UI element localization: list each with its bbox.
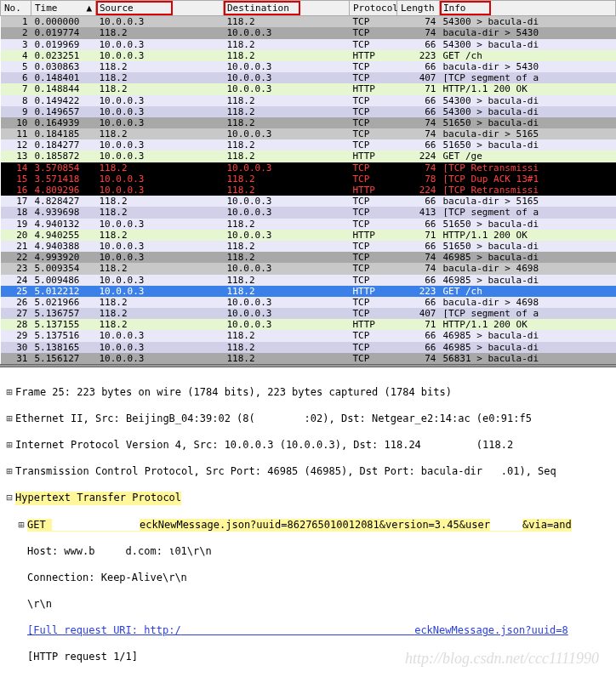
cell-protocol: TCP: [350, 308, 397, 319]
cell-source: 10.0.0.3: [96, 139, 224, 151]
cell-protocol: TCP: [350, 219, 397, 230]
table-row[interactable]: 60.148401118.210.0.0.3TCP407[TCP segment…: [1, 72, 616, 83]
cell-destination: 10.0.0.3: [224, 72, 350, 83]
table-row[interactable]: 305.13816510.0.0.3118.2TCP6646985 > bacu…: [1, 342, 616, 353]
table-row[interactable]: 10.00000010.0.0.3118.2TCP7454300 > bacul…: [1, 16, 616, 28]
table-row[interactable]: 275.136757118.210.0.0.3TCP407[TCP segmen…: [1, 308, 616, 319]
table-row[interactable]: 153.57141810.0.0.3118.2TCP78[TCP Dup ACK…: [1, 174, 616, 185]
cell-destination: 10.0.0.3: [224, 162, 350, 174]
ip-line[interactable]: Internet Protocol Version 4, Src: 10.0.0…: [15, 439, 513, 452]
cell-no: 28: [1, 319, 31, 330]
expand-icon[interactable]: ⊞: [3, 386, 15, 400]
cell-info: 54300 > bacula-di: [440, 95, 616, 106]
cell-source: 118.2: [96, 308, 224, 319]
table-row[interactable]: 204.940255118.210.0.0.3HTTP71HTTP/1.1 20…: [1, 230, 616, 241]
cell-protocol: HTTP: [350, 230, 397, 241]
cell-source: 10.0.0.3: [96, 16, 224, 28]
table-row[interactable]: 235.009354118.210.0.0.3TCP74bacula-dir >…: [1, 263, 616, 274]
cell-no: 16: [1, 185, 31, 196]
cell-protocol: TCP: [350, 95, 397, 106]
table-row[interactable]: 70.148844118.210.0.0.3HTTP71HTTP/1.1 200…: [1, 83, 616, 94]
table-row[interactable]: 20.019774118.210.0.0.3TCP74bacula-dir > …: [1, 27, 616, 38]
table-row[interactable]: 120.18427710.0.0.3118.2TCP6651650 > bacu…: [1, 139, 616, 151]
table-row[interactable]: 164.80929610.0.0.3118.2HTTP224[TCP Retra…: [1, 185, 616, 196]
cell-source: 10.0.0.3: [96, 342, 224, 353]
table-row[interactable]: 40.02325110.0.0.3118.2HTTP223GET /ch: [1, 50, 616, 61]
expand-icon[interactable]: ⊞: [3, 412, 15, 426]
cell-info: HTTP/1.1 200 OK: [440, 319, 616, 330]
cell-info: 54300 > bacula-di: [440, 106, 616, 117]
cell-destination: 118.2: [224, 174, 350, 185]
cell-time: 0.185872: [31, 151, 96, 162]
table-row[interactable]: 50.030863118.210.0.0.3TCP66bacula-dir > …: [1, 61, 616, 72]
table-row[interactable]: 285.137155118.210.0.0.3HTTP71HTTP/1.1 20…: [1, 319, 616, 330]
cell-time: 0.149657: [31, 106, 96, 117]
full-request-uri-link[interactable]: [Full request URI: http:/ eckNewMessage.…: [27, 624, 568, 638]
cell-destination: 118.2: [224, 139, 350, 151]
expand-icon[interactable]: ⊞: [15, 519, 27, 532]
col-length-header[interactable]: Length: [397, 1, 440, 16]
ethernet-line[interactable]: Ethernet II, Src: BeijingB_04:39:02 (8( …: [15, 412, 532, 426]
cell-time: 5.009486: [31, 275, 96, 286]
table-row[interactable]: 295.13751610.0.0.3118.2TCP6646985 > bacu…: [1, 330, 616, 341]
http-host-line[interactable]: Host: www.b d.com: ι01\r\n: [27, 545, 212, 559]
cell-source: 118.2: [96, 263, 224, 274]
table-row[interactable]: 100.16493910.0.0.3118.2TCP7451650 > bacu…: [1, 117, 616, 128]
cell-source: 118.2: [96, 128, 224, 139]
frame-line[interactable]: Frame 25: 223 bytes on wire (1784 bits),…: [15, 386, 452, 400]
table-row[interactable]: 110.184185118.210.0.0.3TCP74bacula-dir >…: [1, 128, 616, 139]
table-row[interactable]: 30.01996910.0.0.3118.2TCP6654300 > bacul…: [1, 39, 616, 50]
cell-length: 74: [397, 128, 440, 139]
http-get-line[interactable]: GET eckNewMessage.json?uuid=862765010012…: [27, 519, 572, 532]
col-info-header[interactable]: Info: [440, 1, 616, 16]
cell-destination: 10.0.0.3: [224, 297, 350, 308]
packet-details-pane[interactable]: ⊞Frame 25: 223 bytes on wire (1784 bits)…: [0, 367, 616, 677]
col-time-header[interactable]: Time ▲: [31, 1, 96, 16]
table-row[interactable]: 80.14942210.0.0.3118.2TCP6654300 > bacul…: [1, 95, 616, 106]
cell-length: 71: [397, 319, 440, 330]
table-row[interactable]: 255.01221210.0.0.3118.2HTTP223GET /ch: [1, 286, 616, 297]
cell-no: 1: [1, 16, 31, 28]
http-header-line[interactable]: Hypertext Transfer Protocol: [15, 492, 181, 505]
cell-source: 10.0.0.3: [96, 275, 224, 286]
expand-icon[interactable]: ⊞: [3, 465, 15, 479]
table-row[interactable]: 245.00948610.0.0.3118.2TCP6646985 > bacu…: [1, 275, 616, 286]
col-no-header[interactable]: No.: [1, 1, 31, 16]
cell-protocol: HTTP: [350, 151, 397, 162]
cell-no: 13: [1, 151, 31, 162]
cell-info: GET /ge: [440, 151, 616, 162]
col-destination-header[interactable]: Destination: [224, 1, 350, 16]
tcp-line[interactable]: Transmission Control Protocol, Src Port:…: [15, 465, 556, 479]
http-request-num-line[interactable]: [HTTP request 1/1]: [27, 651, 138, 664]
table-row[interactable]: 214.94038810.0.0.3118.2TCP6651650 > bacu…: [1, 241, 616, 252]
cell-info: HTTP/1.1 200 OK: [440, 230, 616, 241]
cell-protocol: TCP: [350, 72, 397, 83]
cell-source: 118.2: [96, 61, 224, 72]
packet-list-header[interactable]: No. Time ▲ Source Destination Protocol L…: [1, 1, 616, 16]
cell-destination: 118.2: [224, 106, 350, 117]
col-protocol-header[interactable]: Protocol: [350, 1, 397, 16]
cell-destination: 10.0.0.3: [224, 27, 350, 38]
table-row[interactable]: 143.570854118.210.0.0.3TCP74[TCP Retrans…: [1, 162, 616, 174]
cell-destination: 118.2: [224, 117, 350, 128]
packet-list-table[interactable]: No. Time ▲ Source Destination Protocol L…: [0, 0, 616, 364]
collapse-icon[interactable]: ⊟: [3, 492, 15, 505]
table-row[interactable]: 194.94013210.0.0.3118.2TCP6651650 > bacu…: [1, 219, 616, 230]
cell-info: [TCP segment of a: [440, 207, 616, 218]
table-row[interactable]: 224.99392010.0.0.3118.2TCP7446985 > bacu…: [1, 252, 616, 263]
table-row[interactable]: 90.14965710.0.0.3118.2TCP6654300 > bacul…: [1, 106, 616, 117]
col-source-header[interactable]: Source: [96, 1, 224, 16]
table-row[interactable]: 174.828427118.210.0.0.3TCP66bacula-dir >…: [1, 196, 616, 207]
table-row[interactable]: 184.939698118.210.0.0.3TCP413[TCP segmen…: [1, 207, 616, 218]
expand-icon[interactable]: ⊞: [3, 439, 15, 452]
cell-protocol: TCP: [350, 139, 397, 151]
http-connection-line[interactable]: Connection: Keep-Alive\r\n: [27, 572, 187, 585]
cell-time: 5.136757: [31, 308, 96, 319]
cell-time: 0.149422: [31, 95, 96, 106]
http-crlf-line[interactable]: \r\n: [27, 598, 52, 612]
table-row[interactable]: 265.021966118.210.0.0.3TCP66bacula-dir >…: [1, 297, 616, 308]
cell-destination: 118.2: [224, 16, 350, 28]
table-row[interactable]: 130.18587210.0.0.3118.2HTTP224GET /ge: [1, 151, 616, 162]
cell-time: 5.138165: [31, 342, 96, 353]
table-row[interactable]: 315.15612710.0.0.3118.2TCP7456831 > bacu…: [1, 353, 616, 364]
